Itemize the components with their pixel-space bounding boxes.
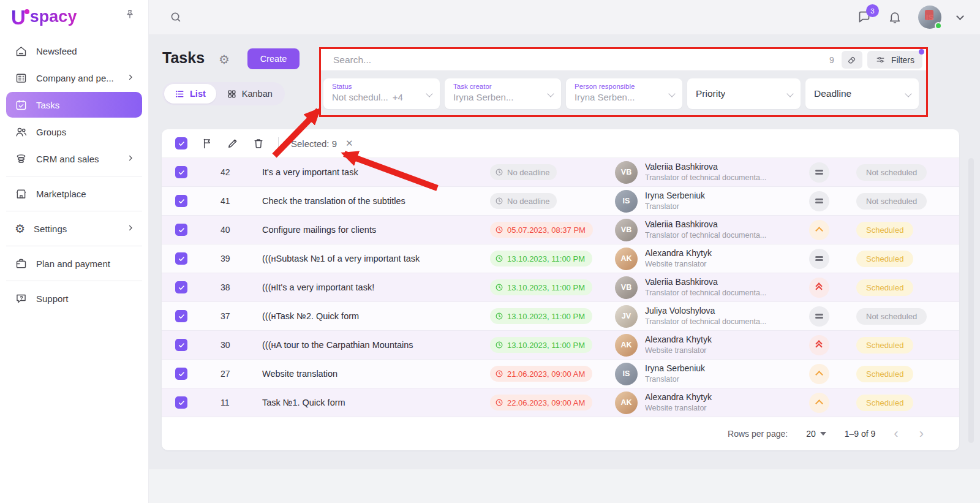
- clear-filters-button[interactable]: [842, 51, 862, 69]
- clear-selection-icon[interactable]: ✕: [345, 138, 353, 149]
- table-row[interactable]: 39(((нSubtask №1 of a very important tas…: [162, 244, 959, 273]
- tab-list-label: List: [190, 89, 206, 99]
- table-row[interactable]: 38(((нIt's a very important task!13.10.2…: [162, 273, 959, 302]
- chevron-right-icon: [126, 154, 135, 164]
- sidebar-item-tasks[interactable]: Tasks: [6, 92, 142, 118]
- sidebar-nav: NewsfeedCompany and pe...TasksGroupsCRM …: [0, 37, 148, 312]
- logo-dot: [24, 9, 29, 14]
- gear-icon: ⚙: [15, 223, 25, 235]
- rows-per-page-select[interactable]: 20: [806, 429, 826, 439]
- person-avatar: VB: [615, 276, 638, 299]
- tab-list-view[interactable]: List: [164, 84, 216, 104]
- filter-chip-priority[interactable]: Priority: [687, 78, 801, 109]
- filters-button[interactable]: Filters: [867, 51, 922, 69]
- clock-icon: [495, 369, 503, 378]
- sidebar-item-support[interactable]: Support: [6, 286, 142, 311]
- create-button[interactable]: Create: [247, 48, 300, 69]
- flag-icon[interactable]: [201, 137, 213, 149]
- task-name[interactable]: Task №1. Quick form: [262, 398, 490, 407]
- select-all-checkbox[interactable]: [175, 137, 187, 149]
- deadline-text: No deadline: [507, 168, 549, 177]
- task-name[interactable]: Website translation: [262, 369, 490, 379]
- task-name[interactable]: (((нIt's a very important task!: [262, 282, 490, 292]
- chevron-down-icon[interactable]: [956, 12, 964, 20]
- sidebar-item-newsfeed[interactable]: Newsfeed: [6, 38, 142, 64]
- task-name[interactable]: (((нSubtask №1 of a very important task: [262, 254, 490, 263]
- user-avatar[interactable]: IS: [918, 6, 941, 29]
- person-name: Alexandra Khytyk: [645, 248, 712, 259]
- next-page-button[interactable]: ›: [919, 427, 924, 441]
- sidebar-item-groups[interactable]: Groups: [6, 119, 142, 145]
- task-name[interactable]: (((нTask №2. Quick form: [262, 311, 490, 321]
- filter-chip-deadline[interactable]: Deadline: [805, 78, 919, 109]
- row-checkbox[interactable]: [175, 310, 187, 322]
- priority-medium-icon: [809, 191, 829, 211]
- sidebar-item-company-and-pe[interactable]: Company and pe...: [6, 65, 142, 91]
- sidebar-item-plan-and-payment[interactable]: Plan and payment: [6, 251, 142, 276]
- search-icon[interactable]: [169, 10, 183, 26]
- sidebar-item-marketplace[interactable]: Marketplace: [6, 181, 142, 206]
- wallet-icon: [15, 257, 28, 270]
- task-name[interactable]: Configure mailings for clients: [262, 225, 490, 235]
- pin-sidebar-icon[interactable]: [124, 9, 136, 23]
- search-result-count: 9: [829, 55, 834, 65]
- table-row[interactable]: 41Check the translation of the subtitles…: [162, 187, 959, 216]
- task-name[interactable]: Check the translation of the subtitles: [262, 196, 490, 206]
- person-role: Translator: [645, 374, 705, 384]
- support-icon: [15, 292, 28, 305]
- sidebar-item-label: Plan and payment: [36, 259, 110, 269]
- uspacy-logo[interactable]: U spacy: [11, 7, 77, 28]
- person-name: Alexandra Khytyk: [645, 392, 712, 403]
- deadline-text: No deadline: [507, 197, 549, 206]
- row-checkbox[interactable]: [175, 224, 187, 236]
- table-row[interactable]: 37(((нTask №2. Quick form13.10.2023, 11:…: [162, 302, 959, 331]
- row-checkbox[interactable]: [175, 368, 187, 380]
- sidebar-item-crm-and-sales[interactable]: CRM and sales: [6, 146, 142, 172]
- edit-icon[interactable]: [227, 137, 239, 149]
- prev-page-button[interactable]: ‹: [894, 427, 898, 441]
- priority-high-icon: [809, 393, 829, 413]
- person-name: Valeriia Bashkirova: [645, 219, 766, 230]
- row-checkbox[interactable]: [175, 252, 187, 265]
- sidebar-divider: [6, 281, 142, 281]
- scrollbar[interactable]: [968, 158, 974, 443]
- page-title: Tasks: [162, 49, 205, 67]
- table-row[interactable]: 11Task №1. Quick form22.06.2023, 09:00 A…: [162, 388, 959, 417]
- filter-chip-status[interactable]: StatusNot schedul...+4: [323, 78, 440, 109]
- deadline-text: 13.10.2023, 11:00 PM: [507, 312, 585, 321]
- filter-chip-task-creator[interactable]: Task creatorIryna Serben...: [445, 78, 561, 109]
- sidebar-divider: [6, 176, 142, 176]
- clock-icon: [495, 341, 503, 349]
- task-rows: 42It's a very important taskNo deadlineV…: [162, 158, 959, 417]
- row-checkbox[interactable]: [175, 396, 187, 409]
- row-checkbox[interactable]: [175, 166, 187, 178]
- table-row[interactable]: 30(((нA tour to the Carpathian Mountains…: [162, 331, 959, 360]
- chevron-down-icon: [426, 90, 432, 97]
- tab-kanban-label: Kanban: [242, 89, 273, 99]
- chat-icon[interactable]: 3: [857, 10, 872, 25]
- tab-kanban-view[interactable]: Kanban: [216, 84, 283, 104]
- row-checkbox[interactable]: [175, 281, 187, 293]
- row-checkbox[interactable]: [175, 339, 187, 351]
- deadline-pill: 05.07.2023, 08:37 PM: [490, 222, 593, 238]
- filters-active-dot: [919, 49, 924, 55]
- sidebar-item-label: Marketplace: [36, 189, 86, 199]
- sidebar-divider: [6, 211, 142, 211]
- task-name[interactable]: It's a very important task: [262, 167, 490, 177]
- table-row[interactable]: 42It's a very important taskNo deadlineV…: [162, 158, 959, 187]
- search-input[interactable]: [321, 55, 829, 66]
- task-name[interactable]: (((нA tour to the Carpathian Mountains: [262, 340, 490, 350]
- bell-icon[interactable]: [888, 10, 902, 25]
- trash-icon[interactable]: [252, 137, 265, 149]
- tasks-table-card: Selected: 9 ✕ 42It's a very important ta…: [162, 129, 959, 450]
- person-avatar: VB: [615, 219, 638, 241]
- table-row[interactable]: 27Website translation21.06.2023, 09:00 A…: [162, 360, 959, 388]
- table-row[interactable]: 40Configure mailings for clients05.07.20…: [162, 216, 959, 244]
- gear-icon[interactable]: ⚙: [219, 52, 230, 67]
- row-checkbox[interactable]: [175, 195, 187, 207]
- sidebar-item-settings[interactable]: ⚙Settings: [6, 216, 142, 241]
- deadline-pill: No deadline: [490, 193, 557, 209]
- chip-label: Status: [332, 83, 423, 90]
- groups-icon: [15, 126, 28, 138]
- filter-chip-person-responsible[interactable]: Person responsibleIryna Serben...: [566, 78, 682, 109]
